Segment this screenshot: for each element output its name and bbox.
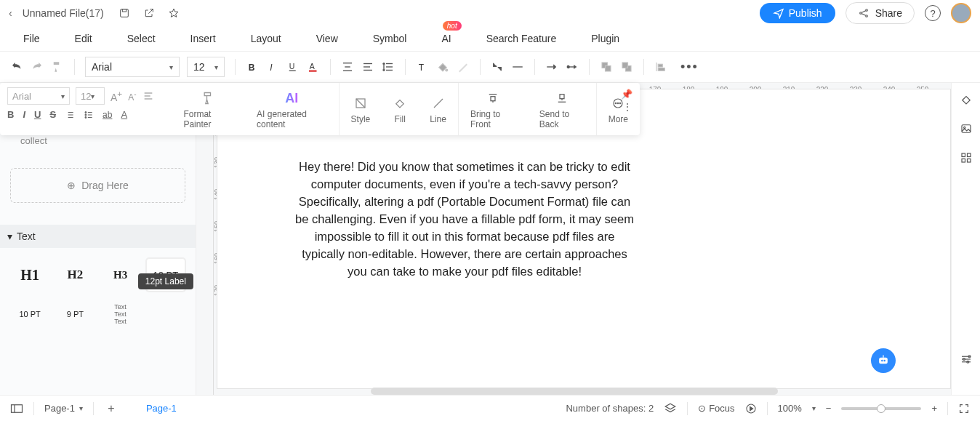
line-style-icon[interactable] bbox=[511, 60, 524, 73]
drag-target[interactable]: ⊕ Drag Here bbox=[10, 168, 185, 203]
left-panel: Arial▾ 12▾ A+ A- B I U S ab A bbox=[0, 83, 196, 395]
preset-12pt[interactable]: 12 PT 12pt Label bbox=[146, 258, 185, 292]
svg-text:I: I bbox=[270, 63, 273, 73]
ctx-align-icon[interactable] bbox=[142, 90, 154, 102]
ctx-ai-content[interactable]: AI AI generated content bbox=[245, 83, 338, 135]
format-painter-icon[interactable] bbox=[51, 60, 64, 73]
menu-symbol[interactable]: Symbol bbox=[373, 33, 407, 44]
context-overflow-icon[interactable]: ⋮ bbox=[622, 105, 632, 109]
send-backward-icon[interactable] bbox=[620, 60, 633, 73]
svg-rect-31 bbox=[658, 64, 662, 67]
increase-font-icon[interactable]: A+ bbox=[111, 89, 122, 103]
settings-list-icon[interactable] bbox=[960, 353, 973, 366]
publish-button[interactable]: Publish bbox=[760, 3, 835, 23]
grid-icon[interactable] bbox=[960, 151, 973, 164]
assistant-bubble-icon[interactable] bbox=[871, 348, 896, 373]
ctx-send-back[interactable]: Send to Back bbox=[528, 83, 596, 135]
layers-icon[interactable] bbox=[664, 402, 677, 415]
italic-icon[interactable]: I bbox=[266, 60, 279, 73]
text-section-header[interactable]: ▾ Text bbox=[0, 225, 196, 248]
zoom-in-icon[interactable]: + bbox=[931, 403, 937, 414]
undo-icon[interactable] bbox=[10, 60, 23, 73]
pin-icon[interactable]: 📌 bbox=[621, 89, 632, 100]
zoom-out-icon[interactable]: − bbox=[826, 403, 832, 414]
ctx-bullets-icon[interactable] bbox=[84, 110, 94, 120]
page-tab[interactable]: Page-1 bbox=[146, 403, 177, 414]
ctx-italic-icon[interactable]: I bbox=[23, 109, 25, 120]
fill-color-icon[interactable] bbox=[436, 60, 449, 73]
connector-icon[interactable] bbox=[491, 60, 504, 73]
line-spacing-icon[interactable] bbox=[382, 60, 395, 73]
ctx-font-select[interactable]: Arial▾ bbox=[7, 87, 70, 105]
user-avatar[interactable] bbox=[951, 3, 971, 23]
ctx-more[interactable]: More bbox=[596, 83, 640, 135]
help-icon[interactable]: ? bbox=[925, 5, 941, 21]
share-label: Share bbox=[875, 7, 902, 19]
arrow-style-icon[interactable] bbox=[545, 60, 558, 73]
menu-plugin[interactable]: Plugin bbox=[591, 33, 619, 44]
ctx-bring-front[interactable]: Bring to Front bbox=[458, 83, 528, 135]
preset-h3[interactable]: H3 bbox=[101, 258, 140, 292]
share-button[interactable]: Share bbox=[846, 2, 915, 24]
play-icon[interactable] bbox=[745, 403, 757, 414]
page-selector[interactable]: Page-1▾ bbox=[44, 403, 83, 414]
align-objects-icon[interactable] bbox=[654, 60, 667, 73]
menu-view[interactable]: View bbox=[316, 33, 338, 44]
ctx-textcolor-icon[interactable]: A bbox=[121, 109, 127, 120]
menu-ai[interactable]: AIhot bbox=[441, 33, 451, 44]
ctx-linespacing-icon[interactable] bbox=[65, 110, 75, 120]
preset-9pt[interactable]: 9 PT bbox=[55, 297, 95, 331]
menu-edit[interactable]: Edit bbox=[75, 33, 92, 44]
ctx-line[interactable]: Line bbox=[418, 83, 458, 135]
more-tools-icon[interactable]: ••• bbox=[680, 60, 699, 75]
ctx-underline-icon[interactable]: U bbox=[34, 109, 41, 120]
align-vertical-icon[interactable] bbox=[341, 60, 354, 73]
svg-point-3 bbox=[865, 9, 867, 12]
menu-select[interactable]: Select bbox=[127, 33, 156, 44]
menu-search-feature[interactable]: Search Feature bbox=[486, 33, 557, 44]
zoom-level[interactable]: 100% bbox=[778, 403, 802, 414]
star-icon[interactable] bbox=[168, 7, 180, 19]
menu-insert[interactable]: Insert bbox=[190, 33, 216, 44]
align-horizontal-icon[interactable] bbox=[361, 60, 374, 73]
back-chevron-icon[interactable]: ‹ bbox=[9, 7, 12, 19]
horizontal-scrollbar[interactable] bbox=[371, 388, 778, 395]
redo-icon[interactable] bbox=[31, 60, 44, 73]
preset-h2[interactable]: H2 bbox=[55, 258, 95, 292]
focus-mode[interactable]: ⊙ Focus bbox=[698, 403, 734, 414]
ctx-format-painter[interactable]: Format Painter bbox=[172, 83, 245, 135]
ctx-size-select[interactable]: 12▾ bbox=[76, 87, 105, 105]
svg-text:U: U bbox=[289, 62, 295, 71]
ctx-style[interactable]: Style bbox=[339, 83, 382, 135]
save-icon[interactable] bbox=[119, 7, 130, 19]
arrow-ends-icon[interactable] bbox=[566, 60, 579, 73]
preset-text-lines[interactable]: Text Text Text bbox=[101, 297, 140, 331]
page-view-icon[interactable] bbox=[10, 404, 23, 414]
ctx-case-icon[interactable]: ab bbox=[103, 110, 112, 120]
line-color-icon[interactable] bbox=[457, 60, 470, 73]
menu-layout[interactable]: Layout bbox=[251, 33, 281, 44]
bold-icon[interactable]: B bbox=[246, 60, 259, 73]
font-size-select[interactable]: 12▾ bbox=[187, 57, 225, 77]
zoom-slider[interactable] bbox=[841, 407, 921, 410]
preset-10pt[interactable]: 10 PT bbox=[10, 297, 49, 331]
preset-h1[interactable]: H1 bbox=[10, 258, 49, 292]
ctx-bold-icon[interactable]: B bbox=[7, 109, 14, 120]
text-tool-icon[interactable]: T bbox=[416, 60, 429, 73]
image-icon[interactable] bbox=[960, 122, 973, 135]
text-color-icon[interactable]: A bbox=[307, 60, 320, 73]
ctx-strike-icon[interactable]: S bbox=[49, 109, 56, 120]
open-external-icon[interactable] bbox=[143, 7, 155, 19]
font-family-select[interactable]: Arial▾ bbox=[85, 57, 180, 77]
underline-icon[interactable]: U bbox=[286, 60, 300, 73]
fullscreen-icon[interactable] bbox=[958, 403, 970, 414]
svg-point-43 bbox=[85, 116, 87, 118]
add-page-button[interactable]: + bbox=[104, 401, 119, 416]
decrease-font-icon[interactable]: A- bbox=[128, 90, 136, 103]
bring-forward-icon[interactable] bbox=[600, 60, 613, 73]
theme-icon[interactable] bbox=[960, 93, 973, 106]
drag-here-label: Drag Here bbox=[81, 180, 129, 191]
menu-file[interactable]: File bbox=[23, 33, 40, 44]
document-text[interactable]: Hey there! Did you know that sometimes i… bbox=[294, 158, 635, 280]
ctx-fill[interactable]: Fill bbox=[382, 83, 418, 135]
